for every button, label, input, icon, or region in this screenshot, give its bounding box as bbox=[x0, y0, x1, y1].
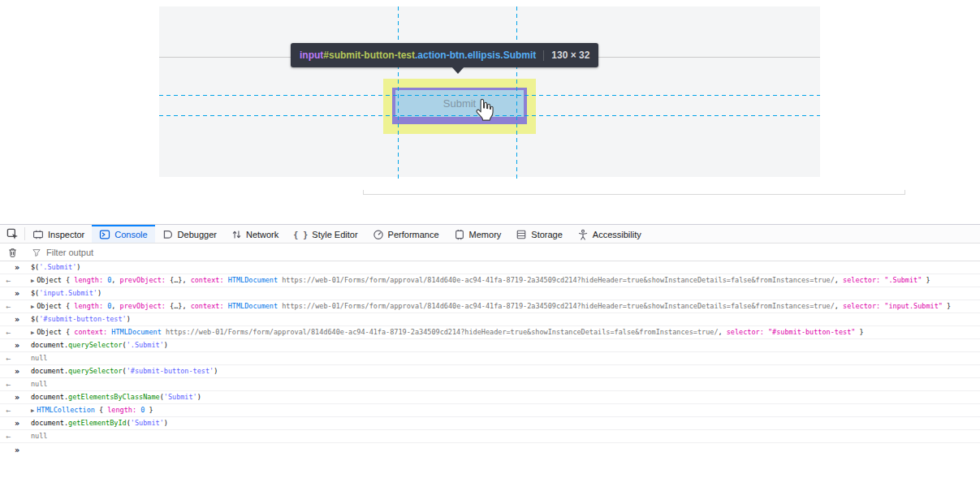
console-result-row: ←▶HTMLCollection { length: 0 } bbox=[0, 404, 980, 417]
console-text-segment: 'Submit' bbox=[164, 393, 197, 401]
tab-inspector[interactable]: Inspector bbox=[25, 225, 92, 243]
accessibility-icon bbox=[577, 229, 589, 240]
tab-performance[interactable]: Performance bbox=[365, 225, 447, 243]
console-text-segment: "input.Submit" bbox=[884, 302, 943, 310]
tab-network[interactable]: Network bbox=[224, 225, 286, 243]
console-result-row: ←null bbox=[0, 352, 980, 365]
infobar-separator bbox=[543, 50, 544, 61]
console-text-segment: HTMLDocument bbox=[228, 276, 283, 284]
tab-style-editor[interactable]: { }Style Editor bbox=[286, 225, 365, 243]
console-message-text: ▶Object { context: HTMLDocument https://… bbox=[31, 326, 864, 339]
tab-label: Console bbox=[114, 230, 147, 239]
console-text-segment: length: bbox=[107, 406, 140, 414]
tab-console[interactable]: Console bbox=[92, 225, 154, 243]
expand-object-icon[interactable]: ▶ bbox=[31, 407, 34, 414]
console-message-text: document.getElementsByClassName('Submit'… bbox=[31, 391, 201, 403]
console-text-segment: Object { bbox=[37, 302, 74, 310]
tab-accessibility[interactable]: Accessibility bbox=[570, 225, 649, 243]
console-result-row: ←▶Object { length: 0, prevObject: {…}, c… bbox=[0, 300, 980, 313]
console-text-segment: 'Submit' bbox=[131, 419, 164, 427]
tab-label: Accessibility bbox=[593, 230, 641, 239]
guide-line-vertical-right bbox=[516, 6, 517, 179]
console-text-segment: HTMLDocument bbox=[228, 302, 283, 310]
console-text-segment: selector: bbox=[843, 276, 884, 284]
console-text-segment: null bbox=[31, 432, 47, 440]
console-text-segment: , bbox=[111, 302, 119, 310]
response-arrow-icon: ← bbox=[0, 404, 31, 416]
tab-label: Inspector bbox=[48, 230, 84, 239]
console-text-segment: , bbox=[719, 328, 727, 336]
console-message-text: document.getElementById('Submit') bbox=[31, 417, 168, 429]
response-arrow-icon: ← bbox=[0, 300, 31, 312]
console-text-segment: '#submit-button-test' bbox=[127, 367, 214, 375]
input-chevron-icon: » bbox=[0, 417, 31, 429]
console-text-segment: Object { bbox=[37, 328, 74, 336]
console-text-segment: , bbox=[111, 276, 119, 284]
console-text-segment: length: bbox=[74, 302, 107, 310]
console-text-segment: selector: bbox=[843, 302, 884, 310]
console-text-segment: $( bbox=[31, 315, 39, 323]
hand-cursor-icon bbox=[473, 98, 494, 126]
console-text-segment: '#submit-button-test' bbox=[39, 315, 126, 323]
console-text-segment: , bbox=[835, 302, 843, 310]
console-result-row: ←null bbox=[0, 430, 980, 443]
console-text-segment: document. bbox=[31, 367, 68, 375]
console-command-row: »document.querySelector('#submit-button-… bbox=[0, 365, 980, 378]
console-text-segment: getElementsByClassName bbox=[68, 393, 160, 401]
expand-object-icon[interactable]: ▶ bbox=[31, 304, 34, 310]
console-input-prompt[interactable]: » bbox=[0, 443, 980, 456]
response-arrow-icon: ← bbox=[0, 326, 31, 338]
inspector-node-infobar: input#submit-button-test.action-btn.elli… bbox=[291, 43, 598, 67]
console-text-segment: https://web-01/Forms/form/approval/814d6… bbox=[282, 302, 835, 310]
console-text-segment: context: bbox=[191, 276, 228, 284]
tab-storage[interactable]: Storage bbox=[508, 225, 570, 243]
expand-object-icon[interactable]: ▶ bbox=[31, 330, 34, 336]
response-arrow-icon: ← bbox=[0, 430, 31, 442]
input-chevron-icon: » bbox=[0, 339, 31, 351]
console-result-row: ←null bbox=[0, 378, 980, 391]
console-text-segment: querySelector bbox=[68, 367, 123, 375]
guide-line-vertical-left bbox=[398, 6, 399, 179]
pick-element-button[interactable] bbox=[0, 225, 24, 243]
clear-console-button[interactable] bbox=[0, 247, 24, 258]
tab-label: Debugger bbox=[178, 230, 217, 239]
input-chevron-icon: » bbox=[0, 444, 31, 456]
form-panel-bottom-border bbox=[363, 190, 905, 195]
console-icon bbox=[99, 229, 110, 240]
console-text-segment: {…}, bbox=[170, 276, 191, 284]
tab-memory[interactable]: Memory bbox=[447, 225, 509, 243]
tab-debugger[interactable]: Debugger bbox=[155, 225, 224, 243]
console-message-text: ▶Object { length: 0, prevObject: {…}, co… bbox=[31, 274, 930, 287]
tab-label: Performance bbox=[388, 230, 439, 239]
storage-icon bbox=[516, 229, 527, 240]
infobar-dimensions: 130 × 32 bbox=[551, 50, 589, 61]
submit-button[interactable]: Submit bbox=[395, 90, 524, 117]
console-result-row: ←▶Object { context: HTMLDocument https:/… bbox=[0, 326, 980, 339]
console-text-segment: prevObject: bbox=[120, 276, 170, 284]
console-text-segment: https://web-01/Forms/form/approval/814d6… bbox=[282, 276, 835, 284]
console-message-text: $('input.Submit') bbox=[31, 287, 101, 300]
screen: Submit input#submit-button-test.action-b… bbox=[0, 0, 980, 487]
devtools-toolbar: InspectorConsoleDebuggerNetwork{ }Style … bbox=[0, 225, 980, 244]
console-message-text: null bbox=[31, 352, 47, 364]
expand-object-icon[interactable]: ▶ bbox=[31, 278, 34, 284]
console-text-segment: 'input.Submit' bbox=[39, 289, 97, 297]
console-text-segment: {…}, bbox=[170, 302, 191, 310]
input-chevron-icon: » bbox=[0, 313, 31, 325]
console-message-text: null bbox=[31, 378, 47, 390]
console-output: »$('.Submit')←▶Object { length: 0, prevO… bbox=[0, 261, 980, 456]
console-message-text: null bbox=[31, 430, 47, 442]
console-text-segment: "#submit-button-test" bbox=[768, 328, 855, 336]
performance-icon bbox=[373, 229, 384, 240]
console-text-segment: prevObject: bbox=[120, 302, 170, 310]
console-result-row: ←▶Object { length: 0, prevObject: {…}, c… bbox=[0, 274, 980, 287]
tab-label: Storage bbox=[531, 230, 563, 239]
filter-output-input[interactable] bbox=[46, 248, 290, 257]
devtools-panel: InspectorConsoleDebuggerNetwork{ }Style … bbox=[0, 224, 980, 487]
console-text-segment: null bbox=[31, 354, 47, 362]
console-text-segment: ) bbox=[127, 315, 131, 323]
network-icon bbox=[231, 229, 242, 240]
console-message-text: ▶HTMLCollection { length: 0 } bbox=[31, 404, 153, 417]
debugger-icon bbox=[162, 229, 174, 240]
guide-line-horizontal-top bbox=[159, 95, 820, 96]
